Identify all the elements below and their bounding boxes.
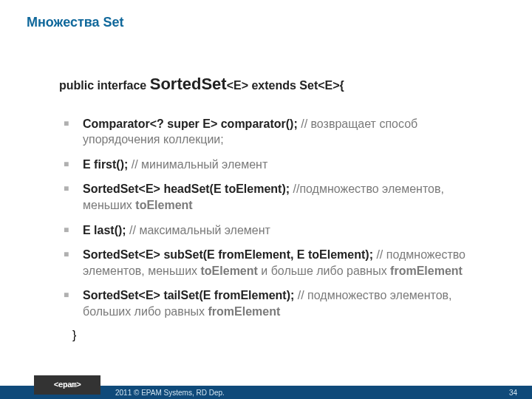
logo-text: <epam> xyxy=(54,381,81,389)
method-signature: SortedSet<E> subSet(E fromElement, E toE… xyxy=(83,248,373,261)
list-item: E first(); // минимальный элемент xyxy=(59,157,488,173)
comment-text: максимальный элемент xyxy=(139,224,270,236)
list-item: SortedSet<E> headSet(E toElement); //под… xyxy=(59,181,488,213)
comment-prefix: // xyxy=(298,117,311,130)
list-item: SortedSet<E> tailSet(E fromElement); // … xyxy=(59,287,488,319)
decl-open-brace: { xyxy=(340,79,344,92)
close-brace: } xyxy=(72,329,488,342)
decl-name: SortedSet xyxy=(150,75,227,93)
comment-prefix: // xyxy=(126,224,140,236)
list-item: SortedSet<E> subSet(E fromElement, E toE… xyxy=(59,247,488,279)
decl-prefix: public interface xyxy=(59,79,150,92)
decl-generic: <E> xyxy=(227,79,248,92)
comment-text-b: и больше либо равных xyxy=(258,265,390,277)
comment-keyword-a: toElement xyxy=(201,265,258,277)
slide-title: Множества Set xyxy=(27,15,124,30)
footer: <epam> 2011 © EPAM Systems, RD Dep. 34 xyxy=(0,375,532,399)
decl-extends: extends Set<E> xyxy=(248,79,340,92)
list-item: E last(); // максимальный элемент xyxy=(59,222,488,239)
method-signature: SortedSet<E> headSet(E toElement); xyxy=(83,183,290,195)
slide: Множества Set public interface SortedSet… xyxy=(0,0,532,399)
method-signature: Comparator<? super E> comparator(); xyxy=(83,117,298,130)
method-signature: SortedSet<E> tailSet(E fromElement); xyxy=(83,289,294,301)
comment-text: минимальный элемент xyxy=(141,158,267,171)
interface-declaration: public interface SortedSet<E> extends Se… xyxy=(59,74,488,95)
comment-keyword: fromElement xyxy=(208,305,280,318)
list-item: Comparator<? super E> comparator(); // в… xyxy=(59,116,488,148)
comment-keyword: toElement xyxy=(135,199,192,211)
comment-keyword-b: fromElement xyxy=(390,265,463,277)
content-area: public interface SortedSet<E> extends Se… xyxy=(59,74,488,342)
page-number: 34 xyxy=(509,389,517,397)
logo: <epam> xyxy=(34,375,100,395)
method-list: Comparator<? super E> comparator(); // в… xyxy=(59,116,488,320)
method-signature: E first(); xyxy=(83,158,128,171)
comment-prefix: // xyxy=(290,183,299,195)
comment-prefix: // xyxy=(128,158,141,171)
method-signature: E last(); xyxy=(83,224,126,236)
copyright-text: 2011 © EPAM Systems, RD Dep. xyxy=(115,389,225,397)
comment-prefix: // xyxy=(294,289,307,301)
comment-prefix: // xyxy=(373,248,386,261)
